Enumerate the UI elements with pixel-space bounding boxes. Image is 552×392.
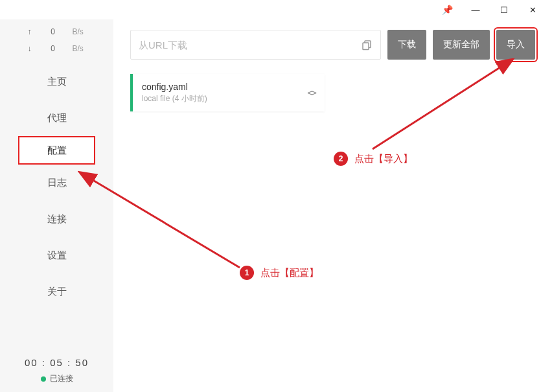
nav-settings[interactable]: 设置 (0, 237, 113, 273)
pin-button[interactable]: 📌 (433, 1, 461, 19)
config-card-title: config.yaml (142, 82, 299, 92)
svg-rect-1 (363, 43, 369, 50)
down-arrow-icon: ↓ (26, 44, 34, 53)
minimize-button[interactable]: — (461, 1, 490, 19)
annotation-1: 1 点击【配置】 (240, 266, 319, 280)
download-speed: ↓ 0 B/s (0, 40, 113, 57)
code-icon[interactable]: <> (307, 87, 316, 98)
nav-about[interactable]: 关于 (0, 273, 113, 310)
upload-speed: ↑ 0 B/s (0, 23, 113, 40)
download-button[interactable]: 下载 (387, 30, 426, 60)
annotation-2: 2 点击【导入】 (334, 152, 413, 166)
config-card[interactable]: config.yaml local file (4 小时前) <> (130, 74, 325, 111)
url-input-container[interactable] (130, 30, 381, 60)
uptime-clock: 00 : 05 : 50 (25, 357, 89, 368)
connection-label: 已连接 (50, 373, 73, 384)
download-unit: B/s (73, 44, 88, 53)
update-all-button[interactable]: 更新全部 (433, 30, 490, 60)
import-button[interactable]: 导入 (496, 30, 535, 60)
connection-status: 已连接 (41, 373, 73, 384)
toolbar: 下载 更新全部 导入 (130, 30, 535, 60)
nav-connections[interactable]: 连接 (0, 201, 113, 237)
nav: 主页 代理 配置 日志 连接 设置 关于 (0, 63, 113, 310)
close-button[interactable]: ✕ (518, 1, 547, 19)
annotation-badge-2: 2 (334, 152, 348, 166)
nav-log[interactable]: 日志 (0, 165, 113, 201)
paste-icon[interactable] (361, 39, 373, 51)
nav-home[interactable]: 主页 (0, 63, 113, 100)
annotation-text-2: 点击【导入】 (354, 153, 413, 165)
nav-config[interactable]: 配置 (18, 136, 95, 165)
annotation-arrow-2 (366, 58, 515, 156)
maximize-button[interactable]: ☐ (490, 1, 518, 19)
config-card-subtitle: local file (4 小时前) (142, 93, 299, 104)
up-arrow-icon: ↑ (26, 27, 34, 36)
download-value: 0 (47, 44, 60, 53)
upload-value: 0 (47, 27, 60, 36)
main-content: 下载 更新全部 导入 config.yaml local file (4 小时前… (113, 19, 552, 392)
url-input[interactable] (139, 40, 361, 51)
upload-unit: B/s (73, 27, 88, 36)
nav-proxy[interactable]: 代理 (0, 100, 113, 136)
annotation-text-1: 点击【配置】 (260, 267, 319, 279)
status-dot-icon (41, 376, 46, 382)
title-bar: 📌 — ☐ ✕ (0, 0, 552, 19)
annotation-badge-1: 1 (240, 266, 254, 280)
status-block: 00 : 05 : 50 已连接 (0, 357, 113, 384)
sidebar: ↑ 0 B/s ↓ 0 B/s 主页 代理 配置 日志 连接 设置 关于 00 … (0, 19, 113, 392)
svg-line-2 (91, 179, 240, 268)
svg-line-3 (373, 66, 502, 149)
